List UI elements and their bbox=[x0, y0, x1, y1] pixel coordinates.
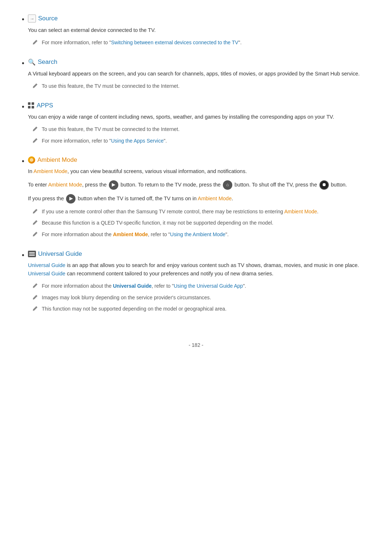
source-note-link[interactable]: Switching between external devices conne… bbox=[111, 40, 238, 45]
universal-guide-note-text-3: This function may not be supported depen… bbox=[42, 305, 226, 313]
universal-guide-body-link-1[interactable]: Universal Guide bbox=[28, 262, 65, 268]
ambient-note-1: If you use a remote control other than t… bbox=[28, 208, 370, 216]
search-note-1: To use this feature, the TV must be conn… bbox=[28, 82, 370, 90]
ambient-note-text-3: For more information about the Ambient M… bbox=[42, 231, 229, 239]
universal-guide-note-text-1: For more information about the Universal… bbox=[42, 282, 246, 290]
source-link[interactable]: Source bbox=[38, 15, 58, 22]
apps-title: APPS bbox=[28, 102, 370, 109]
pencil-icon bbox=[32, 126, 38, 132]
ambient-mode-link-1[interactable]: Ambient Mode bbox=[33, 168, 68, 174]
universal-guide-note-2: Images may look blurry depending on the … bbox=[28, 294, 370, 302]
pencil-icon bbox=[32, 138, 38, 144]
universal-guide-title: Universal Guide bbox=[28, 250, 370, 258]
ambient-note-text-1: If you use a remote control other than t… bbox=[42, 208, 318, 216]
apps-content: APPS You can enjoy a wide range of conte… bbox=[28, 102, 370, 149]
ambient-title: Ambient Mode bbox=[28, 156, 370, 164]
pencil-icon bbox=[32, 83, 38, 89]
ambient-icon bbox=[28, 156, 35, 164]
pencil-icon bbox=[32, 283, 38, 289]
using-universal-guide-link[interactable]: Using the Universal Guide App bbox=[174, 283, 243, 289]
bullet-dot: • bbox=[22, 59, 24, 67]
ambient-mode-link-3[interactable]: Ambient Mode bbox=[198, 195, 232, 201]
universal-guide-link[interactable]: Universal Guide bbox=[38, 250, 82, 258]
universal-guide-icon bbox=[28, 251, 36, 257]
pencil-icon bbox=[32, 219, 38, 226]
pencil-icon bbox=[32, 294, 38, 301]
source-note-1: For more information, refer to "Switchin… bbox=[28, 39, 370, 47]
universal-guide-bold-link[interactable]: Universal Guide bbox=[113, 283, 152, 289]
source-icon: → bbox=[28, 15, 36, 22]
source-note-text: For more information, refer to "Switchin… bbox=[42, 39, 242, 47]
ambient-body-2: To enter Ambient Mode, press the ▶ butto… bbox=[28, 180, 370, 190]
ambient-mode-link-2[interactable]: Ambient Mode bbox=[48, 181, 82, 187]
ambient-mode-bold-link[interactable]: Ambient Mode bbox=[113, 231, 148, 237]
ambient-section: • Ambient Mode In Ambient Mode, you can … bbox=[22, 156, 370, 242]
pencil-icon bbox=[32, 39, 38, 46]
ambient-button-icon-2: ▶ bbox=[66, 194, 75, 204]
apps-body: You can enjoy a wide range of content in… bbox=[28, 113, 370, 121]
pencil-icon bbox=[32, 231, 38, 238]
search-section: • 🔍 Search A Virtual keyboard appears on… bbox=[22, 58, 370, 94]
universal-guide-note-1: For more information about the Universal… bbox=[28, 282, 370, 290]
apps-icon bbox=[28, 102, 34, 109]
ambient-note-3: For more information about the Ambient M… bbox=[28, 231, 370, 239]
ambient-body-3: If you press the ▶ button when the TV is… bbox=[28, 194, 370, 204]
source-content: → Source You can select an external devi… bbox=[28, 15, 370, 50]
apps-note-text-2: For more information, refer to "Using th… bbox=[42, 137, 167, 145]
apps-note-text-1: To use this feature, the TV must be conn… bbox=[42, 126, 180, 134]
search-note-text: To use this feature, the TV must be conn… bbox=[42, 82, 180, 90]
pencil-icon bbox=[32, 208, 38, 215]
universal-guide-content: Universal Guide Universal Guide is an ap… bbox=[28, 250, 370, 317]
home-button-icon: ⌂ bbox=[223, 180, 232, 190]
source-section: • → Source You can select an external de… bbox=[22, 15, 370, 50]
apps-note-2: For more information, refer to "Using th… bbox=[28, 137, 370, 145]
universal-guide-note-3: This function may not be supported depen… bbox=[28, 305, 370, 313]
ambient-button-icon: ▶ bbox=[109, 180, 118, 190]
ambient-link[interactable]: Ambient Mode bbox=[37, 156, 77, 164]
ambient-note-link-1[interactable]: Ambient Mode bbox=[284, 209, 317, 214]
source-body: You can select an external device connec… bbox=[28, 26, 370, 34]
ambient-note-text-2: Because this function is a QLED TV-speci… bbox=[42, 219, 273, 227]
search-icon: 🔍 bbox=[28, 58, 36, 66]
ambient-body-1: In Ambient Mode, you can view beautiful … bbox=[28, 167, 370, 176]
search-link[interactable]: Search bbox=[38, 58, 57, 66]
universal-guide-note-text-2: Images may look blurry depending on the … bbox=[42, 294, 211, 302]
bullet-dot: • bbox=[22, 103, 24, 111]
search-body: A Virtual keyboard appears on the screen… bbox=[28, 70, 370, 78]
ambient-note-2: Because this function is a QLED TV-speci… bbox=[28, 219, 370, 227]
universal-guide-section: • Universal Guide Universal Guide is an … bbox=[22, 250, 370, 317]
search-content: 🔍 Search A Virtual keyboard appears on t… bbox=[28, 58, 370, 94]
source-title: → Source bbox=[28, 15, 370, 22]
apps-service-link[interactable]: Using the Apps Service bbox=[111, 138, 164, 144]
apps-link[interactable]: APPS bbox=[37, 102, 53, 109]
bullet-dot: • bbox=[22, 157, 24, 165]
universal-guide-body-link-2[interactable]: Universal Guide bbox=[28, 271, 65, 276]
bullet-dot: • bbox=[22, 251, 24, 259]
apps-note-1: To use this feature, the TV must be conn… bbox=[28, 126, 370, 134]
pencil-icon bbox=[32, 305, 38, 312]
using-ambient-link[interactable]: Using the Ambient Mode bbox=[170, 231, 226, 237]
ambient-content: Ambient Mode In Ambient Mode, you can vi… bbox=[28, 156, 370, 242]
page-number: - 182 - bbox=[22, 335, 370, 348]
search-title: 🔍 Search bbox=[28, 58, 370, 66]
universal-guide-body: Universal Guide is an app that allows yo… bbox=[28, 261, 370, 278]
power-button-icon: ⏺ bbox=[319, 180, 329, 190]
bullet-dot: • bbox=[22, 15, 24, 24]
apps-section: • APPS You can enjoy a wide range of con… bbox=[22, 102, 370, 149]
